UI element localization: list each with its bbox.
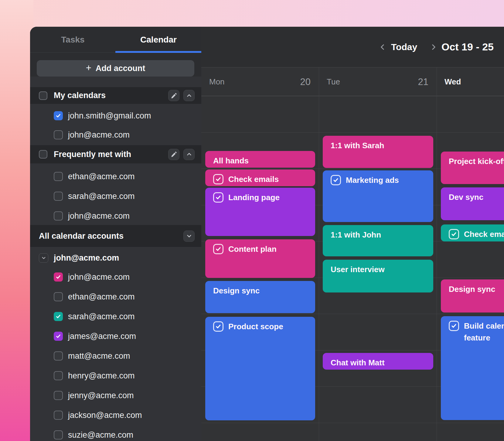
event-design-sync[interactable]: Design sync: [441, 279, 504, 313]
event-done-checkbox[interactable]: [213, 321, 223, 332]
event-check-emails[interactable]: Check emails: [205, 169, 315, 186]
chevron-up-icon: [186, 92, 192, 99]
events-layer: All handsCheck emailsLanding pageContent…: [201, 27, 504, 441]
event-title: 1:1 with John: [331, 229, 381, 241]
sidebar-calendar-item: henry@acme.com: [30, 366, 201, 385]
section-checkbox[interactable]: [39, 150, 47, 159]
calendar-email-label: sarah@acme.com: [68, 312, 135, 321]
edit-section-button[interactable]: [168, 90, 179, 101]
sidebar-calendar-item: john@acme.com: [30, 206, 201, 226]
event-content-plan[interactable]: Content plan: [205, 239, 315, 278]
event-all-hands[interactable]: All hands: [205, 151, 315, 168]
event-user-interview[interactable]: User interview: [323, 260, 433, 292]
event-landing-page[interactable]: Landing page: [205, 188, 315, 236]
chevron-down-icon: [186, 233, 192, 239]
calendar-checkbox[interactable]: [54, 111, 63, 120]
collapse-section-button[interactable]: [183, 231, 195, 242]
event-product-scope[interactable]: Product scope: [205, 317, 315, 420]
check-icon: [215, 246, 222, 252]
event-done-checkbox[interactable]: [213, 244, 223, 254]
sidebar: Tasks Calendar + Add account My calendar…: [30, 27, 201, 441]
event-dev-sync[interactable]: Dev sync: [441, 187, 504, 220]
check-icon: [451, 323, 457, 329]
event-title: Dev sync: [449, 191, 483, 203]
event-done-checkbox[interactable]: [213, 192, 223, 203]
check-icon: [451, 231, 457, 238]
calendar-checkbox[interactable]: [54, 130, 63, 139]
check-icon: [215, 176, 222, 183]
event-chat-with-matt[interactable]: Chat with Matt: [323, 353, 433, 370]
sidebar-calendar-item: john@acme.com: [30, 267, 201, 287]
calendar-checkbox[interactable]: [54, 192, 63, 201]
add-account-button[interactable]: + Add account: [37, 60, 194, 77]
event-project-kick-off[interactable]: Project kick-off: [441, 152, 504, 184]
calendar-checkbox[interactable]: [54, 172, 63, 181]
active-tab-underline: [115, 51, 201, 53]
event-title: User interview: [331, 264, 385, 275]
app-window: Tasks Calendar + Add account My calendar…: [30, 27, 504, 441]
calendar-email-label: jackson@acme.com: [68, 411, 142, 420]
calendar-accounts-list: My calendarsjohn.smith@gmail.comjohn@acm…: [30, 77, 201, 441]
event-1-1-with-sarah[interactable]: 1:1 with Sarah: [323, 136, 433, 168]
calendar-checkbox[interactable]: [54, 292, 63, 301]
calendar-email-label: james@acme.com: [68, 332, 136, 341]
event-title: Content plan: [228, 243, 277, 255]
calendar-email-label: john@acme.com: [68, 272, 130, 282]
tab-calendar[interactable]: Calendar: [116, 27, 201, 53]
calendar-email-label: ethan@acme.com: [68, 172, 135, 181]
expand-account-button[interactable]: [39, 253, 48, 263]
calendar-checkbox[interactable]: [54, 312, 63, 321]
event-title: Design sync: [449, 283, 495, 295]
check-icon: [55, 274, 61, 280]
sidebar-calendar-item: james@acme.com: [30, 326, 201, 346]
event-design-sync[interactable]: Design sync: [205, 281, 315, 313]
desktop-gradient-background: [0, 0, 33, 441]
pencil-icon: [171, 92, 177, 99]
calendar-email-label: henry@acme.com: [68, 371, 135, 381]
chevron-up-icon: [186, 151, 192, 158]
calendar-checkbox[interactable]: [54, 391, 63, 400]
sidebar-calendar-item: ethan@acme.com: [30, 287, 201, 306]
sidebar-calendar-item: john@acme.com: [30, 125, 201, 145]
sidebar-calendar-item: suzie@acme.com: [30, 425, 201, 441]
event-1-1-with-john[interactable]: 1:1 with John: [323, 225, 433, 256]
calendar-email-label: matt@acme.com: [68, 351, 130, 361]
event-check-emails[interactable]: Check emails: [441, 224, 504, 241]
calendar-checkbox[interactable]: [54, 411, 63, 420]
collapse-section-button[interactable]: [183, 90, 195, 101]
section-checkbox[interactable]: [39, 91, 47, 100]
event-title: Project kick-off: [449, 156, 504, 167]
section-buttons: [183, 231, 195, 242]
edit-section-button[interactable]: [168, 149, 179, 160]
event-done-checkbox[interactable]: [449, 229, 459, 239]
calendar-email-label: john@acme.com: [68, 130, 130, 140]
tab-tasks[interactable]: Tasks: [30, 27, 116, 53]
event-title: Product scope: [228, 321, 283, 333]
event-title: Marketing ads: [346, 174, 399, 186]
event-done-checkbox[interactable]: [449, 321, 459, 331]
calendar-checkbox[interactable]: [54, 430, 63, 439]
chevron-down-icon: [41, 255, 46, 261]
event-title: Design sync: [213, 285, 260, 297]
calendar-checkbox[interactable]: [54, 272, 63, 282]
section-title: My calendars: [54, 91, 106, 100]
sidebar-calendar-item: john.smith@gmail.com: [30, 106, 201, 125]
sidebar-tabbar: Tasks Calendar: [30, 27, 201, 53]
calendar-checkbox[interactable]: [54, 211, 63, 220]
calendar-email-label: jenny@acme.com: [68, 391, 134, 400]
sidebar-section-header-frequently-met-with: Frequently met with: [30, 145, 201, 163]
event-done-checkbox[interactable]: [213, 174, 223, 184]
calendar-email-label: ethan@acme.com: [68, 292, 135, 302]
event-marketing-ads[interactable]: Marketing ads: [323, 170, 433, 222]
calendar-checkbox[interactable]: [54, 371, 63, 380]
calendar-checkbox[interactable]: [54, 332, 63, 341]
sidebar-calendar-item: jackson@acme.com: [30, 405, 201, 425]
calendar-checkbox[interactable]: [54, 351, 63, 361]
collapse-section-button[interactable]: [183, 149, 195, 160]
sidebar-calendar-item: sarah@acme.com: [30, 307, 201, 326]
sidebar-calendar-item: sarah@acme.com: [30, 186, 201, 206]
sidebar-section-header-my-calendars: My calendars: [30, 87, 201, 104]
event-build-calendar-feature[interactable]: Build calendar feature: [441, 316, 504, 420]
check-icon: [215, 323, 222, 330]
event-done-checkbox[interactable]: [331, 175, 341, 185]
